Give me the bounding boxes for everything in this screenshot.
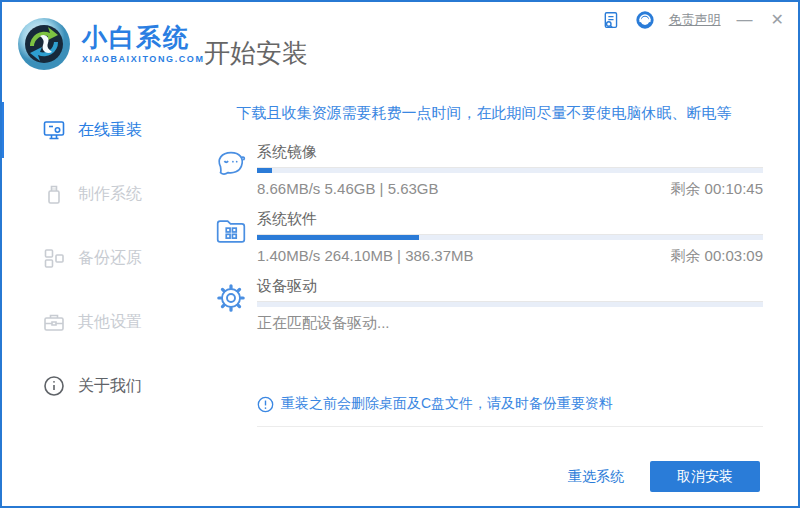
sidebar-item-make-system[interactable]: 制作系统 [2, 162, 195, 226]
progress-bar-device-driver [257, 302, 763, 307]
task-row-system-software: 系统软件 1.40MB/s 264.10MB | 386.37MB 剩余 00:… [205, 210, 763, 266]
progress-bar-system-image [257, 168, 763, 173]
backup-notice: 重装之前会删除桌面及C盘文件，请及时备份重要资料 [257, 395, 763, 427]
task-status: 正在匹配设备驱动... [257, 314, 763, 333]
usb-drive-icon [42, 182, 66, 206]
reselect-system-button[interactable]: 重选系统 [568, 468, 624, 486]
task-remaining: 剩余 00:03:09 [670, 247, 763, 266]
installer-window: { "colors": { "accent": "#2a7cd8", "prog… [0, 0, 800, 508]
page-title: 开始安装 [204, 36, 308, 71]
sidebar-item-online-reinstall[interactable]: 在线重装 [2, 98, 195, 162]
sidebar-item-backup-restore[interactable]: 备份还原 [2, 226, 195, 290]
disclaimer-link[interactable]: 免责声明 [669, 11, 721, 29]
progress-fill [257, 235, 419, 240]
close-button[interactable]: ✕ [769, 10, 786, 30]
minimize-button[interactable]: — [735, 10, 755, 30]
task-title: 设备驱动 [257, 277, 763, 302]
software-folder-icon [205, 210, 257, 266]
main-area: 在线重装 制作系统 备份还原 [2, 90, 798, 446]
task-row-system-image: 系统镜像 8.66MB/s 5.46GB | 5.63GB 剩余 00:10:4… [205, 143, 763, 199]
task-stats: 8.66MB/s 5.46GB | 5.63GB [257, 180, 439, 199]
task-remaining: 剩余 00:10:45 [670, 180, 763, 199]
gear-icon [205, 277, 257, 333]
sidebar-item-label: 制作系统 [78, 184, 142, 205]
install-progress-panel: 下载且收集资源需要耗费一点时间，在此期间尽量不要使电脑休眠、断电等 系统镜像 [195, 90, 798, 446]
customer-service-icon[interactable] [635, 10, 655, 30]
task-row-device-driver: 设备驱动 正在匹配设备驱动... [205, 277, 763, 333]
warning-text: 下载且收集资源需要耗费一点时间，在此期间尽量不要使电脑休眠、断电等 [205, 104, 763, 123]
sidebar-item-other-settings[interactable]: 其他设置 [2, 290, 195, 354]
alert-circle-icon [257, 396, 274, 413]
progress-fill [257, 168, 272, 173]
task-title: 系统软件 [257, 210, 763, 235]
header: 小白系统 XIAOBAIXITONG.COM 开始安装 免责声明 — [2, 2, 798, 90]
mascot-face-icon [205, 143, 257, 199]
brand-title: 小白系统 [82, 24, 205, 52]
cancel-install-button[interactable]: 取消安装 [650, 461, 760, 492]
log-document-icon[interactable] [601, 10, 621, 30]
sidebar-item-about-us[interactable]: 关于我们 [2, 354, 195, 418]
sidebar-item-label: 备份还原 [78, 248, 142, 269]
task-title: 系统镜像 [257, 143, 763, 168]
titlebar-controls: 免责声明 — ✕ [601, 10, 786, 30]
info-circle-icon [42, 374, 66, 398]
sidebar-item-label: 在线重装 [78, 120, 142, 141]
brand-logo-block: 小白系统 XIAOBAIXITONG.COM [2, 2, 198, 72]
task-stats: 1.40MB/s 264.10MB | 386.37MB [257, 247, 474, 266]
backup-blocks-icon [42, 246, 66, 270]
notice-text: 重装之前会删除桌面及C盘文件，请及时备份重要资料 [281, 395, 613, 413]
brand-subtitle: XIAOBAIXITONG.COM [82, 54, 205, 64]
sidebar: 在线重装 制作系统 备份还原 [2, 90, 195, 446]
sidebar-item-label: 其他设置 [78, 312, 142, 333]
monitor-reinstall-icon [42, 118, 66, 142]
footer-actions: 重选系统 取消安装 [568, 461, 760, 492]
app-logo-icon [16, 16, 72, 72]
toolbox-icon [42, 310, 66, 334]
progress-bar-system-software [257, 235, 763, 240]
sidebar-item-label: 关于我们 [78, 376, 142, 397]
